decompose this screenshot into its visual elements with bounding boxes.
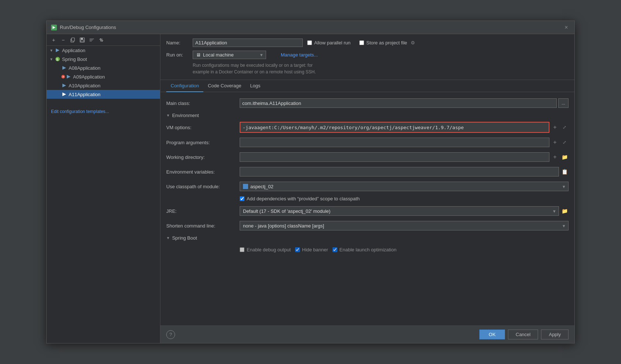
spring-boot-checkbox-3[interactable]: Enable launch optimization [333,247,396,252]
tab-configuration-label: Configuration [171,83,199,88]
add-dependencies-checkbox[interactable] [240,196,244,201]
env-vars-copy-button[interactable]: 📋 [560,168,569,176]
spring-boot-checkbox-2[interactable]: Hide banner [295,247,328,252]
edit-templates-link[interactable]: Edit configuration templates... [47,106,160,117]
add-dependencies-label: Add dependencies with “provided” scope t… [247,196,360,201]
help-button[interactable]: ? [166,330,175,339]
tab-code-coverage[interactable]: Code Coverage [203,80,246,92]
spring-boot-section-header: ▼ Spring Boot [166,235,569,241]
program-args-expand-button[interactable]: ⤢ [560,138,569,146]
main-panel: Name: Allow parallel run Store as projec… [160,34,574,343]
svg-marker-12 [62,92,66,96]
environment-arrow-icon[interactable]: ▼ [166,113,170,117]
main-class-row: Main class: ... [166,98,569,108]
close-button[interactable]: × [563,24,570,31]
run-on-dropdown[interactable]: 🖥 Local machine ▾ [193,51,266,59]
remove-config-button[interactable]: − [59,36,67,44]
application-group-icon [55,47,61,53]
name-label: Name: [166,40,188,46]
sidebar: + − ▼ App [47,34,160,343]
vm-options-expand-button[interactable]: ⤢ [560,123,569,131]
config-header: Name: Allow parallel run Store as projec… [160,34,574,80]
program-args-add-button[interactable]: + [551,138,559,146]
A08Application-icon [61,65,67,71]
title-bar: Run/Debug Configurations × [47,21,574,34]
spring-boot-arrow-icon[interactable]: ▼ [166,236,170,240]
spring-boot-checkbox-1[interactable]: Enable debug output [240,247,291,252]
spring-boot-group-icon: S [55,56,61,62]
sidebar-item-A11Application[interactable]: A11Application [47,90,160,99]
jre-browse-button[interactable]: 📁 [560,207,569,215]
tabs-bar: Configuration Code Coverage Logs [160,80,574,92]
A09Application-icon [66,74,72,80]
env-vars-label: Environment variables: [166,169,240,175]
sidebar-item-A08Application[interactable]: A08Application [47,63,160,72]
ok-button[interactable]: OK [479,330,505,339]
run-debug-dialog: Run/Debug Configurations × + − [46,21,575,343]
jre-dropdown[interactable]: Default (17 - SDK of 'aspectj_02' module… [240,206,559,216]
arrow-icon: ▼ [50,57,55,61]
vm-options-add-button[interactable]: + [551,123,559,131]
jre-label: JRE: [166,208,240,214]
sidebar-item-A10Application[interactable]: A10Application [47,81,160,90]
add-config-button[interactable]: + [50,36,58,44]
svg-rect-5 [81,40,84,42]
module-icon [243,184,248,189]
vm-options-label: VM options: [166,125,240,130]
gear-icon[interactable]: ⚙ [411,40,415,46]
A08Application-label: A08Application [69,65,101,71]
shorten-dropdown[interactable]: none - java [options] className [args] ▾ [240,221,569,230]
application-group-label: Application [62,48,86,53]
sidebar-item-application[interactable]: ▼ Application [47,46,160,55]
allow-parallel-checkbox-label[interactable]: Allow parallel run [307,40,351,46]
classpath-dropdown[interactable]: aspectj_02 ▾ [240,182,569,191]
working-dir-browse-button[interactable]: 📁 [560,153,569,161]
sidebar-item-spring-boot[interactable]: ▼ S Spring Boot [47,55,160,63]
shorten-dropdown-arrow: ▾ [563,223,565,229]
vm-options-row: VM options: + ⤢ [166,122,569,133]
apply-button[interactable]: Apply [541,330,569,339]
A11Application-icon [61,91,67,97]
env-vars-input[interactable] [240,167,559,176]
working-dir-input[interactable] [240,152,549,162]
spring-boot-section-title: Spring Boot [172,235,197,241]
main-class-input[interactable] [240,98,557,108]
tab-logs[interactable]: Logs [246,80,265,92]
add-dependencies-row: Add dependencies with “provided” scope t… [240,196,569,201]
classpath-row: Use classpath of module: aspectj_02 ▾ [166,181,569,192]
shorten-row: Shorten command line: none - java [optio… [166,221,569,231]
main-class-browse-button[interactable]: ... [558,98,569,108]
sidebar-item-A09Application[interactable]: ✕ A09Application [47,72,160,81]
program-args-input[interactable] [240,138,549,147]
jre-value: Default (17 - SDK of 'aspectj_02' module… [243,208,330,214]
run-on-arrow-icon: ▾ [260,52,263,58]
svg-marker-9 [62,66,66,70]
store-as-project-checkbox[interactable] [359,40,364,45]
store-as-project-checkbox-label[interactable]: Store as project file ⚙ [359,40,415,46]
environment-section-title: Environment [172,113,199,118]
allow-parallel-checkbox[interactable] [307,40,312,45]
A10Application-label: A10Application [69,83,101,88]
open-config-button[interactable] [88,36,96,44]
error-icon: ✕ [61,75,65,79]
main-class-label: Main class: [166,101,240,106]
cancel-button[interactable]: Cancel [508,330,538,339]
save-config-button[interactable] [78,36,86,44]
svg-text:S: S [56,58,58,61]
spring-boot-section: ▼ Spring Boot Enable debug output [166,235,569,255]
tab-configuration[interactable]: Configuration [166,80,203,92]
working-dir-add-button[interactable]: + [551,153,559,161]
allow-parallel-label: Allow parallel run [314,40,351,46]
form-area: Main class: ... ▼ Environment VM options… [160,92,574,325]
svg-marker-10 [67,75,70,79]
manage-targets-link[interactable]: Manage targets... [281,52,318,58]
working-dir-row: Working directory: + 📁 [166,152,569,162]
name-input[interactable] [193,39,303,47]
program-args-label: Program arguments: [166,140,240,145]
sort-config-button[interactable] [97,36,105,44]
copy-config-button[interactable] [69,36,77,44]
vm-options-input[interactable] [240,122,549,133]
run-on-value: Local machine [203,52,234,58]
environment-section-header: ▼ Environment [166,113,569,118]
action-buttons: OK Cancel Apply [479,330,569,339]
